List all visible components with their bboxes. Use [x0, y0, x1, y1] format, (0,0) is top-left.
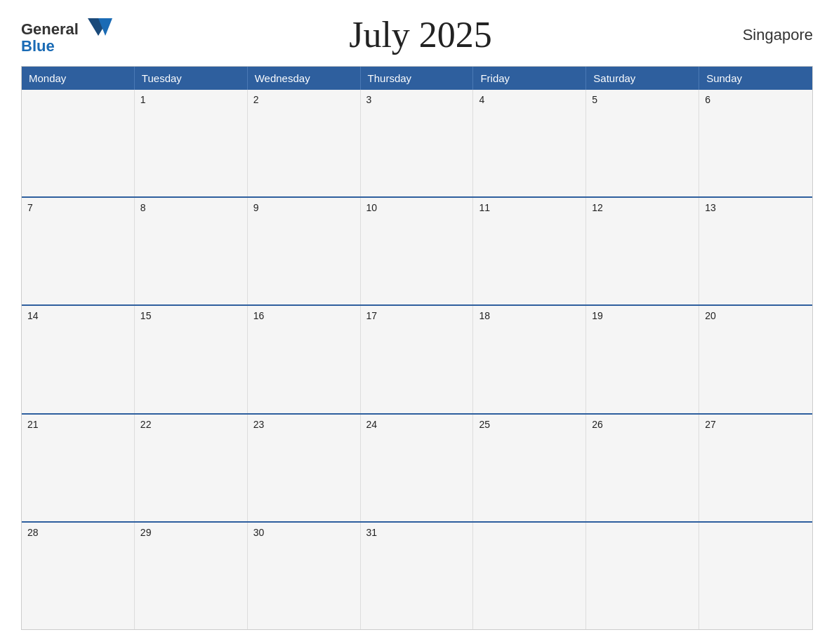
week-row-5: 28 29 30 31: [22, 521, 812, 629]
month-title: July 2025: [349, 14, 492, 55]
calendar-header: Monday Tuesday Wednesday Thursday Friday…: [22, 67, 812, 90]
svg-text:General: General: [21, 20, 79, 38]
day-cell-31: 31: [361, 523, 474, 629]
day-cell-29: 29: [135, 523, 248, 629]
day-cell-14: 14: [22, 306, 135, 412]
day-cell-4: 4: [473, 90, 586, 196]
calendar-body: 1 2 3 4 5 6 7 8 9 10 11 12 13 14 15: [22, 90, 812, 629]
header-tuesday: Tuesday: [135, 67, 248, 90]
day-cell-23: 23: [248, 415, 361, 521]
day-cell-empty-1: [22, 90, 135, 196]
day-cell-7: 7: [22, 198, 135, 304]
day-cell-21: 21: [22, 415, 135, 521]
header-wednesday: Wednesday: [248, 67, 361, 90]
day-cell-empty-4: [699, 523, 812, 629]
day-cell-18: 18: [473, 306, 586, 412]
day-cell-3: 3: [361, 90, 474, 196]
week-row-4: 21 22 23 24 25 26 27: [22, 413, 812, 521]
day-cell-11: 11: [473, 198, 586, 304]
day-cell-27: 27: [699, 415, 812, 521]
logo: General Blue: [21, 15, 112, 55]
header-thursday: Thursday: [361, 67, 474, 90]
day-cell-8: 8: [135, 198, 248, 304]
day-cell-19: 19: [586, 306, 699, 412]
header-sunday: Sunday: [699, 67, 812, 90]
week-row-1: 1 2 3 4 5 6: [22, 90, 812, 196]
header-saturday: Saturday: [586, 67, 699, 90]
header-monday: Monday: [22, 67, 135, 90]
day-cell-25: 25: [473, 415, 586, 521]
day-cell-24: 24: [361, 415, 474, 521]
week-row-3: 14 15 16 17 18 19 20: [22, 304, 812, 412]
day-cell-28: 28: [22, 523, 135, 629]
day-cell-26: 26: [586, 415, 699, 521]
country-name: Singapore: [729, 26, 813, 44]
header-friday: Friday: [473, 67, 586, 90]
day-cell-16: 16: [248, 306, 361, 412]
day-cell-13: 13: [699, 198, 812, 304]
day-cell-22: 22: [135, 415, 248, 521]
day-cell-empty-3: [586, 523, 699, 629]
day-cell-10: 10: [361, 198, 474, 304]
day-cell-2: 2: [248, 90, 361, 196]
logo-svg: General Blue: [21, 15, 112, 55]
svg-text:Blue: Blue: [21, 37, 55, 55]
day-cell-30: 30: [248, 523, 361, 629]
day-cell-1: 1: [135, 90, 248, 196]
day-cell-17: 17: [361, 306, 474, 412]
week-row-2: 7 8 9 10 11 12 13: [22, 196, 812, 304]
day-cell-empty-2: [473, 523, 586, 629]
day-cell-15: 15: [135, 306, 248, 412]
page: General Blue July 2025 Singapore Monday …: [0, 0, 834, 644]
day-cell-5: 5: [586, 90, 699, 196]
header: General Blue July 2025 Singapore: [21, 14, 813, 59]
day-cell-9: 9: [248, 198, 361, 304]
day-cell-20: 20: [699, 306, 812, 412]
day-cell-6: 6: [699, 90, 812, 196]
day-cell-12: 12: [586, 198, 699, 304]
calendar: Monday Tuesday Wednesday Thursday Friday…: [21, 66, 813, 630]
